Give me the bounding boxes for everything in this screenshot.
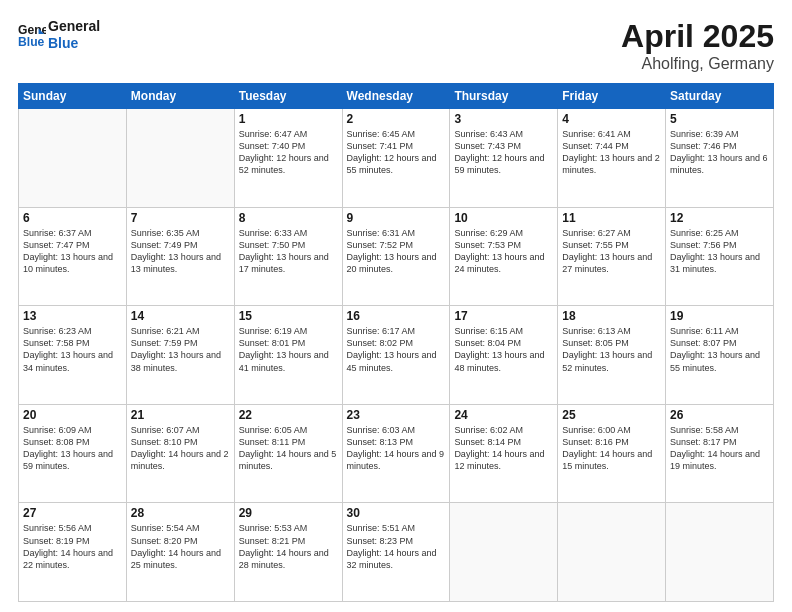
logo-line2: Blue bbox=[48, 35, 100, 52]
week-row: 13Sunrise: 6:23 AM Sunset: 7:58 PM Dayli… bbox=[19, 306, 774, 405]
calendar-cell: 9Sunrise: 6:31 AM Sunset: 7:52 PM Daylig… bbox=[342, 207, 450, 306]
cell-info: Sunrise: 6:41 AM Sunset: 7:44 PM Dayligh… bbox=[562, 128, 661, 177]
day-number: 16 bbox=[347, 309, 446, 323]
cell-info: Sunrise: 6:09 AM Sunset: 8:08 PM Dayligh… bbox=[23, 424, 122, 473]
calendar-cell: 30Sunrise: 5:51 AM Sunset: 8:23 PM Dayli… bbox=[342, 503, 450, 602]
calendar-cell: 18Sunrise: 6:13 AM Sunset: 8:05 PM Dayli… bbox=[558, 306, 666, 405]
day-number: 4 bbox=[562, 112, 661, 126]
day-number: 22 bbox=[239, 408, 338, 422]
cell-info: Sunrise: 5:58 AM Sunset: 8:17 PM Dayligh… bbox=[670, 424, 769, 473]
day-number: 27 bbox=[23, 506, 122, 520]
week-row: 27Sunrise: 5:56 AM Sunset: 8:19 PM Dayli… bbox=[19, 503, 774, 602]
calendar-cell: 4Sunrise: 6:41 AM Sunset: 7:44 PM Daylig… bbox=[558, 109, 666, 208]
day-number: 10 bbox=[454, 211, 553, 225]
day-number: 30 bbox=[347, 506, 446, 520]
calendar-cell: 22Sunrise: 6:05 AM Sunset: 8:11 PM Dayli… bbox=[234, 404, 342, 503]
day-header: Saturday bbox=[666, 84, 774, 109]
calendar-cell: 6Sunrise: 6:37 AM Sunset: 7:47 PM Daylig… bbox=[19, 207, 127, 306]
logo-icon: General Blue bbox=[18, 21, 46, 49]
cell-info: Sunrise: 6:43 AM Sunset: 7:43 PM Dayligh… bbox=[454, 128, 553, 177]
page: General Blue General Blue April 2025 Aho… bbox=[0, 0, 792, 612]
day-number: 15 bbox=[239, 309, 338, 323]
day-header: Tuesday bbox=[234, 84, 342, 109]
day-number: 13 bbox=[23, 309, 122, 323]
calendar-cell bbox=[450, 503, 558, 602]
cell-info: Sunrise: 6:45 AM Sunset: 7:41 PM Dayligh… bbox=[347, 128, 446, 177]
calendar-cell bbox=[666, 503, 774, 602]
calendar-cell: 27Sunrise: 5:56 AM Sunset: 8:19 PM Dayli… bbox=[19, 503, 127, 602]
day-number: 1 bbox=[239, 112, 338, 126]
day-number: 23 bbox=[347, 408, 446, 422]
calendar-cell: 20Sunrise: 6:09 AM Sunset: 8:08 PM Dayli… bbox=[19, 404, 127, 503]
calendar-cell: 28Sunrise: 5:54 AM Sunset: 8:20 PM Dayli… bbox=[126, 503, 234, 602]
cell-info: Sunrise: 6:11 AM Sunset: 8:07 PM Dayligh… bbox=[670, 325, 769, 374]
title-area: April 2025 Aholfing, Germany bbox=[621, 18, 774, 73]
cell-info: Sunrise: 6:02 AM Sunset: 8:14 PM Dayligh… bbox=[454, 424, 553, 473]
day-number: 6 bbox=[23, 211, 122, 225]
calendar-cell bbox=[19, 109, 127, 208]
calendar-cell: 25Sunrise: 6:00 AM Sunset: 8:16 PM Dayli… bbox=[558, 404, 666, 503]
day-number: 5 bbox=[670, 112, 769, 126]
location-title: Aholfing, Germany bbox=[621, 55, 774, 73]
day-number: 8 bbox=[239, 211, 338, 225]
cell-info: Sunrise: 6:05 AM Sunset: 8:11 PM Dayligh… bbox=[239, 424, 338, 473]
day-number: 17 bbox=[454, 309, 553, 323]
cell-info: Sunrise: 5:56 AM Sunset: 8:19 PM Dayligh… bbox=[23, 522, 122, 571]
day-number: 28 bbox=[131, 506, 230, 520]
cell-info: Sunrise: 6:47 AM Sunset: 7:40 PM Dayligh… bbox=[239, 128, 338, 177]
day-number: 11 bbox=[562, 211, 661, 225]
header: General Blue General Blue April 2025 Aho… bbox=[18, 18, 774, 73]
calendar-cell: 26Sunrise: 5:58 AM Sunset: 8:17 PM Dayli… bbox=[666, 404, 774, 503]
calendar-cell: 7Sunrise: 6:35 AM Sunset: 7:49 PM Daylig… bbox=[126, 207, 234, 306]
day-number: 7 bbox=[131, 211, 230, 225]
day-number: 29 bbox=[239, 506, 338, 520]
logo-line1: General bbox=[48, 18, 100, 35]
day-header: Thursday bbox=[450, 84, 558, 109]
day-header: Monday bbox=[126, 84, 234, 109]
calendar-cell: 8Sunrise: 6:33 AM Sunset: 7:50 PM Daylig… bbox=[234, 207, 342, 306]
cell-info: Sunrise: 6:13 AM Sunset: 8:05 PM Dayligh… bbox=[562, 325, 661, 374]
calendar-table: SundayMondayTuesdayWednesdayThursdayFrid… bbox=[18, 83, 774, 602]
cell-info: Sunrise: 6:25 AM Sunset: 7:56 PM Dayligh… bbox=[670, 227, 769, 276]
calendar-cell: 16Sunrise: 6:17 AM Sunset: 8:02 PM Dayli… bbox=[342, 306, 450, 405]
calendar-cell: 19Sunrise: 6:11 AM Sunset: 8:07 PM Dayli… bbox=[666, 306, 774, 405]
svg-text:Blue: Blue bbox=[18, 35, 45, 49]
day-number: 14 bbox=[131, 309, 230, 323]
month-title: April 2025 bbox=[621, 18, 774, 55]
calendar-cell: 23Sunrise: 6:03 AM Sunset: 8:13 PM Dayli… bbox=[342, 404, 450, 503]
cell-info: Sunrise: 6:37 AM Sunset: 7:47 PM Dayligh… bbox=[23, 227, 122, 276]
calendar-cell: 2Sunrise: 6:45 AM Sunset: 7:41 PM Daylig… bbox=[342, 109, 450, 208]
calendar-cell: 11Sunrise: 6:27 AM Sunset: 7:55 PM Dayli… bbox=[558, 207, 666, 306]
cell-info: Sunrise: 6:39 AM Sunset: 7:46 PM Dayligh… bbox=[670, 128, 769, 177]
day-number: 21 bbox=[131, 408, 230, 422]
week-row: 1Sunrise: 6:47 AM Sunset: 7:40 PM Daylig… bbox=[19, 109, 774, 208]
cell-info: Sunrise: 6:07 AM Sunset: 8:10 PM Dayligh… bbox=[131, 424, 230, 473]
day-number: 24 bbox=[454, 408, 553, 422]
calendar-cell: 14Sunrise: 6:21 AM Sunset: 7:59 PM Dayli… bbox=[126, 306, 234, 405]
cell-info: Sunrise: 6:23 AM Sunset: 7:58 PM Dayligh… bbox=[23, 325, 122, 374]
cell-info: Sunrise: 6:03 AM Sunset: 8:13 PM Dayligh… bbox=[347, 424, 446, 473]
day-header: Friday bbox=[558, 84, 666, 109]
cell-info: Sunrise: 6:19 AM Sunset: 8:01 PM Dayligh… bbox=[239, 325, 338, 374]
day-number: 3 bbox=[454, 112, 553, 126]
calendar-cell: 21Sunrise: 6:07 AM Sunset: 8:10 PM Dayli… bbox=[126, 404, 234, 503]
calendar-cell bbox=[126, 109, 234, 208]
day-number: 12 bbox=[670, 211, 769, 225]
cell-info: Sunrise: 6:31 AM Sunset: 7:52 PM Dayligh… bbox=[347, 227, 446, 276]
cell-info: Sunrise: 6:33 AM Sunset: 7:50 PM Dayligh… bbox=[239, 227, 338, 276]
day-number: 25 bbox=[562, 408, 661, 422]
week-row: 20Sunrise: 6:09 AM Sunset: 8:08 PM Dayli… bbox=[19, 404, 774, 503]
calendar-cell: 29Sunrise: 5:53 AM Sunset: 8:21 PM Dayli… bbox=[234, 503, 342, 602]
day-number: 20 bbox=[23, 408, 122, 422]
calendar-cell: 13Sunrise: 6:23 AM Sunset: 7:58 PM Dayli… bbox=[19, 306, 127, 405]
cell-info: Sunrise: 6:17 AM Sunset: 8:02 PM Dayligh… bbox=[347, 325, 446, 374]
logo: General Blue General Blue bbox=[18, 18, 100, 52]
cell-info: Sunrise: 5:51 AM Sunset: 8:23 PM Dayligh… bbox=[347, 522, 446, 571]
calendar-cell: 17Sunrise: 6:15 AM Sunset: 8:04 PM Dayli… bbox=[450, 306, 558, 405]
cell-info: Sunrise: 6:00 AM Sunset: 8:16 PM Dayligh… bbox=[562, 424, 661, 473]
calendar-cell: 12Sunrise: 6:25 AM Sunset: 7:56 PM Dayli… bbox=[666, 207, 774, 306]
cell-info: Sunrise: 6:35 AM Sunset: 7:49 PM Dayligh… bbox=[131, 227, 230, 276]
calendar-header-row: SundayMondayTuesdayWednesdayThursdayFrid… bbox=[19, 84, 774, 109]
day-number: 2 bbox=[347, 112, 446, 126]
day-header: Sunday bbox=[19, 84, 127, 109]
